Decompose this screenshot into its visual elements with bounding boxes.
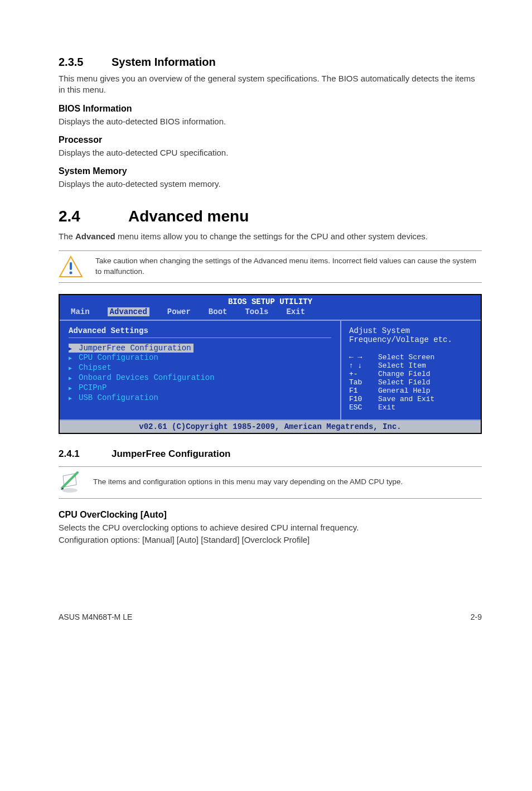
bios-menu-item: JumperFree Configuration <box>69 344 194 353</box>
bios-key: F1 <box>349 387 373 395</box>
cpu-overclocking-options: Configuration options: [Manual] [Auto] [… <box>59 534 482 546</box>
bios-key-label: Select Field <box>378 378 431 387</box>
bios-key-row: TabSelect Field <box>349 378 473 387</box>
section-number: 2.4 <box>59 208 128 225</box>
section-intro: This menu gives you an overview of the g… <box>59 73 482 96</box>
svg-point-3 <box>62 488 78 493</box>
section-number: 2.3.5 <box>59 56 112 69</box>
bios-menu-item: USB Configuration <box>69 393 331 403</box>
bios-menu-item: PCIPnP <box>69 383 331 393</box>
processor-heading: Processor <box>59 135 482 145</box>
bios-key-row: Select Item <box>349 361 473 370</box>
bios-tab-tools: Tools <box>245 307 268 316</box>
bios-key: ESC <box>349 403 373 412</box>
section-title: Advanced menu <box>128 208 249 225</box>
footer-model: ASUS M4N68T-M LE <box>59 612 132 621</box>
system-memory-heading: System Memory <box>59 166 482 176</box>
warning-icon <box>59 255 83 278</box>
bios-key-row: +-Change Field <box>349 370 473 378</box>
bios-key <box>349 353 373 361</box>
bios-key-label: General Help <box>378 387 431 395</box>
bios-pane-heading: Advanced Settings <box>69 326 331 335</box>
bios-key-legend: Select ScreenSelect Item+-Change FieldTa… <box>349 353 473 412</box>
bios-key-label: Exit <box>378 403 395 412</box>
processor-text: Displays the auto-detected CPU specifica… <box>59 147 482 158</box>
bios-screenshot: BIOS SETUP UTILITY MainAdvancedPowerBoot… <box>59 294 482 434</box>
bios-key-label: Save and Exit <box>378 395 434 403</box>
note-icon <box>59 471 81 494</box>
bios-menu-list: JumperFree ConfigurationCPU Configuratio… <box>69 344 331 403</box>
svg-point-2 <box>70 271 72 274</box>
bios-menu-item: Chipset <box>69 363 331 373</box>
section-2-4-heading: 2.4Advanced menu <box>59 208 482 225</box>
divider <box>69 337 331 338</box>
note-callout: The items and configuration options in t… <box>59 466 482 499</box>
bios-key: Tab <box>349 378 373 387</box>
bios-key <box>349 361 373 370</box>
section-number: 2.4.1 <box>59 448 112 460</box>
cpu-overclocking-desc: Selects the CPU overclocking options to … <box>59 522 482 533</box>
bios-key-label: Select Item <box>378 361 426 370</box>
bios-key-label: Select Screen <box>378 353 434 361</box>
bios-key: F10 <box>349 395 373 403</box>
bios-tab-power: Power <box>167 307 191 316</box>
svg-rect-1 <box>70 262 72 270</box>
bios-tab-advanced: Advanced <box>108 307 149 316</box>
section-2-4-1-heading: 2.4.1JumperFree Configuration <box>59 448 482 460</box>
bios-left-pane: Advanced Settings JumperFree Configurati… <box>60 321 341 419</box>
bios-footer: v02.61 (C)Copyright 1985-2009, American … <box>60 419 481 433</box>
bios-tab-exit: Exit <box>286 307 305 316</box>
section-title: System Information <box>112 56 216 68</box>
bios-key-row: F1General Help <box>349 387 473 395</box>
section-2-3-5-heading: 2.3.5System Information <box>59 56 482 69</box>
bios-menu-item: CPU Configuration <box>69 353 331 363</box>
bios-tab-boot: Boot <box>209 307 228 316</box>
bios-right-pane: Adjust System Frequency/Voltage etc. Sel… <box>341 321 481 419</box>
cpu-overclocking-heading: CPU OverClocking [Auto] <box>59 510 482 520</box>
bios-key: +- <box>349 370 373 378</box>
page-footer: ASUS M4N68T-M LE 2-9 <box>59 612 482 621</box>
bios-info-text: Displays the auto-detected BIOS informat… <box>59 116 482 127</box>
bios-info-heading: BIOS Information <box>59 104 482 114</box>
bios-help-text: Adjust System Frequency/Voltage etc. <box>349 326 473 344</box>
bios-menu-item: Onboard Devices Configuration <box>69 373 331 383</box>
bios-tab-main: Main <box>71 307 90 316</box>
note-text: The items and configuration options in t… <box>93 477 403 488</box>
system-memory-text: Displays the auto-detected system memory… <box>59 179 482 190</box>
section-title: JumperFree Configuration <box>112 448 230 459</box>
bios-key-row: F10Save and Exit <box>349 395 473 403</box>
advanced-intro: The Advanced menu items allow you to cha… <box>59 231 482 242</box>
bios-key-label: Change Field <box>378 370 431 378</box>
warning-text: Take caution when changing the settings … <box>95 256 482 277</box>
bios-key-row: Select Screen <box>349 353 473 361</box>
bios-tab-bar: MainAdvancedPowerBootToolsExit <box>60 306 481 320</box>
bios-title: BIOS SETUP UTILITY <box>60 295 481 306</box>
warning-callout: Take caution when changing the settings … <box>59 250 482 283</box>
footer-page-number: 2-9 <box>471 612 482 621</box>
bios-key-row: ESCExit <box>349 403 473 412</box>
